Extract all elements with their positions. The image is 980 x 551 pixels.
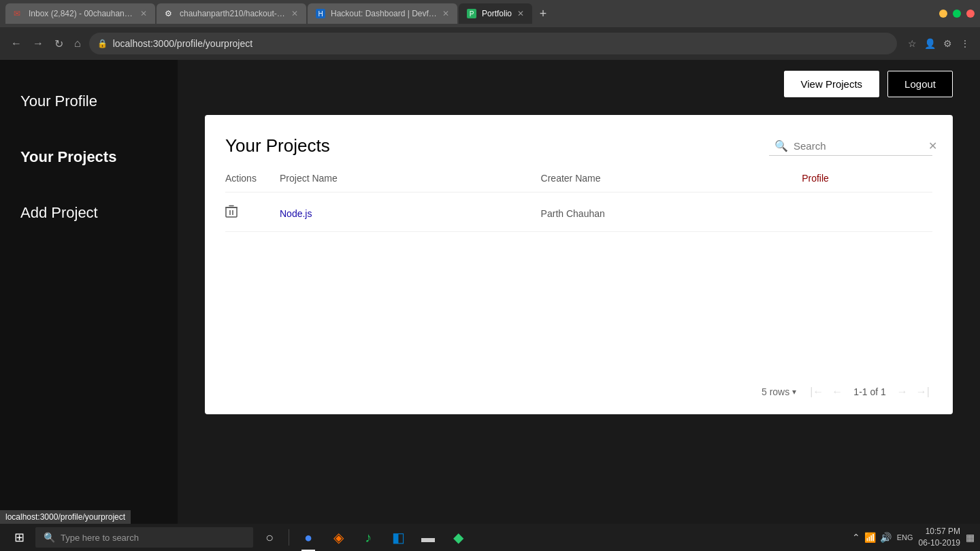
logout-button[interactable]: Logout [887,71,953,97]
tab-title: chauhanparth210/hackout-back... [180,9,286,18]
network-icon[interactable]: 📶 [864,532,876,543]
col-project-header: Project Name [280,173,541,184]
view-projects-button[interactable]: View Projects [784,71,880,97]
user-icon[interactable]: 👤 [923,37,936,50]
address-bar[interactable]: 🔒 localhost:3000/profile/yourproject [89,33,897,54]
window-controls [939,10,975,18]
page-info: 1-1 of 1 [848,386,891,397]
search-box: 🔍 ✕ [769,137,932,156]
table-row: Node.js Parth Chauhan [225,195,932,232]
card-title: Your Projects [225,135,330,156]
right-panel: View Projects Logout Your Projects 🔍 ✕ [178,60,980,524]
cell-creator-name: Parth Chauhan [541,208,802,219]
taskbar-app-chrome[interactable]: ● [295,524,322,551]
taskbar-search-text: Type here to search [61,533,139,543]
search-icon: 🔍 [774,139,788,152]
next-page-button[interactable]: → [894,383,911,401]
back-button[interactable]: ← [8,35,24,52]
last-page-button[interactable]: →| [913,383,932,401]
tab-close-btn[interactable]: ✕ [291,9,298,18]
card-header: Your Projects 🔍 ✕ [225,135,932,156]
taskbar-app-cortana[interactable]: ○ [256,524,283,551]
new-tab-button[interactable]: + [534,4,553,23]
col-profile-header: Profile [802,173,932,184]
portfolio-icon: P [467,9,476,18]
tab-title: Hackout: Dashboard | Devfolio [331,9,437,18]
projects-table: Actions Project Name Creater Name Profil… [225,173,932,232]
taskbar-search-icon: 🔍 [44,532,55,543]
close-button[interactable] [966,10,975,18]
tab-portfolio[interactable]: P Portfolio ✕ [459,3,532,24]
toolbar-icons: ☆ 👤 ⚙ ⋮ [905,37,972,50]
forward-button[interactable]: → [30,35,46,52]
taskbar-lang: ENG [897,533,913,541]
table-footer: 5 rows ▾ |← ← 1-1 of 1 → →| [225,369,932,401]
taskbar-divider [289,529,289,546]
taskbar-search-bar[interactable]: 🔍 Type here to search [35,527,253,548]
tab-gmail[interactable]: ✉ Inbox (2,842) - 00chauhanparth... ✕ [5,3,155,24]
col-actions-header: Actions [225,173,280,184]
dropdown-icon: ▾ [792,387,796,397]
taskbar-app-terminal[interactable]: ▬ [414,524,442,551]
search-clear-icon[interactable]: ✕ [928,139,937,152]
minimize-button[interactable] [939,10,947,18]
sidebar-item-projects[interactable]: Your Projects [0,129,178,185]
address-bar-row: ← → ↻ ⌂ 🔒 localhost:3000/profile/yourpro… [0,27,980,60]
tab-title: Portfolio [482,9,512,18]
browser-chrome: ✉ Inbox (2,842) - 00chauhanparth... ✕ ⚙ … [0,0,980,60]
url-tooltip: localhost:3000/profile/yourproject [0,510,131,524]
delete-button[interactable] [225,205,238,222]
top-header: View Projects Logout [178,60,980,108]
sidebar-item-profile[interactable]: Your Profile [0,73,178,129]
tab-title: Inbox (2,842) - 00chauhanparth... [29,9,135,18]
cell-project-name[interactable]: Node.js [280,208,541,219]
tab-close-btn[interactable]: ✕ [140,9,147,18]
home-button[interactable]: ⌂ [71,35,84,52]
taskbar-app-unknown[interactable]: ◆ [444,524,472,551]
taskbar-right: ⌃ 📶 🔊 ENG 10:57 PM 06-10-2019 ▦ [852,526,975,549]
col-creator-header: Creater Name [541,173,802,184]
prev-page-button[interactable]: ← [829,383,845,401]
tab-devfolio[interactable]: H Hackout: Dashboard | Devfolio ✕ [308,3,457,24]
first-page-button[interactable]: |← [807,383,826,401]
table-header: Actions Project Name Creater Name Profil… [225,173,932,193]
more-icon[interactable]: ⋮ [958,37,972,50]
taskbar-clock[interactable]: 10:57 PM 06-10-2019 [919,526,960,549]
taskbar-date: 06-10-2019 [919,537,960,549]
projects-card: Your Projects 🔍 ✕ Actions Project Name C… [205,115,953,414]
taskbar-system-icons: ⌃ 📶 🔊 [852,532,892,543]
app-layout: Your Profile Your Projects Add Project V… [0,60,980,524]
trash-icon [225,205,238,218]
tab-close-btn[interactable]: ✕ [517,9,524,18]
svg-rect-0 [226,207,237,217]
volume-icon[interactable]: 🔊 [880,532,892,543]
extensions-icon[interactable]: ☆ [905,37,919,50]
maximize-button[interactable] [953,10,961,18]
taskbar: ⊞ 🔍 Type here to search ○ ● ◈ ♪ ◧ ▬ ◆ ⌃ … [0,524,980,551]
settings-icon[interactable]: ⚙ [941,37,954,50]
taskbar-time: 10:57 PM [919,526,960,537]
sidebar-item-add[interactable]: Add Project [0,185,178,241]
devfolio-icon: H [316,9,325,18]
notification-icon[interactable]: ▦ [966,532,975,543]
taskbar-app-vscode[interactable]: ◧ [385,524,412,551]
cell-actions [225,205,280,222]
url-text: localhost:3000/profile/yourproject [113,38,252,49]
main-content: Your Projects 🔍 ✕ Actions Project Name C… [178,108,980,524]
rows-per-page-selector[interactable]: 5 rows ▾ [762,386,796,397]
pagination-controls: |← ← 1-1 of 1 → →| [807,383,932,401]
tab-bar: ✉ Inbox (2,842) - 00chauhanparth... ✕ ⚙ … [0,0,980,27]
github-icon: ⚙ [165,9,174,18]
sidebar: Your Profile Your Projects Add Project [0,60,178,524]
tab-github[interactable]: ⚙ chauhanparth210/hackout-back... ✕ [157,3,306,24]
taskbar-app-devtools[interactable]: ◈ [325,524,352,551]
taskbar-app-spotify[interactable]: ♪ [355,524,382,551]
lock-icon: 🔒 [97,39,108,48]
rows-count-label: 5 rows [762,386,789,397]
refresh-button[interactable]: ↻ [52,35,66,53]
chevron-up-icon[interactable]: ⌃ [852,532,860,543]
start-button[interactable]: ⊞ [5,524,33,551]
gmail-icon: ✉ [14,9,23,18]
tab-close-btn[interactable]: ✕ [442,9,449,18]
search-input[interactable] [794,140,923,152]
